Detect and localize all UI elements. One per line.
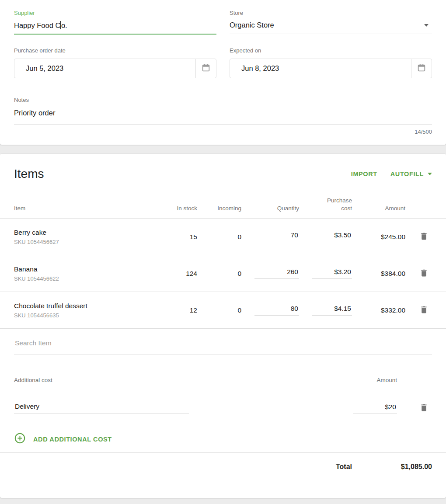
incoming-value: 0 bbox=[197, 306, 241, 314]
purchase-order-form-card: Supplier Happy Food Co. Store Organic St… bbox=[0, 0, 446, 145]
col-header-purchase-cost: Purchase cost bbox=[299, 197, 352, 212]
amount-value: $332.00 bbox=[352, 306, 405, 314]
item-row: Banana SKU 1054456622 124 0 $384.00 bbox=[0, 255, 446, 292]
in-stock-value: 124 bbox=[153, 270, 197, 278]
item-sku: SKU 1054456627 bbox=[14, 239, 153, 245]
delete-item-button[interactable] bbox=[418, 268, 429, 280]
col-header-quantity: Quantity bbox=[241, 205, 299, 212]
amount-value: $245.00 bbox=[352, 233, 405, 241]
purchase-order-date-label: Purchase order date bbox=[14, 47, 216, 54]
expected-on-label: Expected on bbox=[230, 47, 432, 54]
item-sku: SKU 1054456622 bbox=[14, 275, 153, 282]
trash-icon bbox=[419, 236, 429, 242]
total-value: $1,085.00 bbox=[352, 463, 432, 471]
purchase-order-date-field: Purchase order date Jun 5, 2023 bbox=[14, 47, 216, 78]
additional-cost-name-header: Additional cost bbox=[14, 376, 348, 384]
delete-item-button[interactable] bbox=[418, 231, 429, 243]
col-header-in-stock: In stock bbox=[153, 205, 197, 212]
delete-item-button[interactable] bbox=[418, 304, 429, 316]
supplier-input[interactable]: Happy Food Co. bbox=[14, 21, 216, 35]
trash-icon bbox=[419, 407, 429, 414]
items-title: Items bbox=[14, 167, 44, 181]
item-row: Chocolate truffel dessert SKU 1054456635… bbox=[0, 292, 446, 329]
trash-icon bbox=[419, 272, 429, 279]
additional-cost-header: Additional cost Amount bbox=[0, 376, 446, 391]
items-table-header: Item In stock Incoming Quantity Purchase… bbox=[0, 181, 446, 219]
expected-on-date-box: Jun 8, 2023 bbox=[230, 59, 432, 78]
notes-char-counter: 14/500 bbox=[14, 129, 432, 135]
store-field: Store Organic Store bbox=[230, 10, 432, 35]
item-sku: SKU 1054456635 bbox=[14, 312, 153, 319]
expected-on-input[interactable]: Jun 8, 2023 bbox=[230, 59, 411, 78]
in-stock-value: 12 bbox=[153, 306, 197, 314]
total-row: Total $1,085.00 bbox=[0, 453, 446, 481]
quantity-input[interactable] bbox=[254, 305, 299, 316]
notes-label: Notes bbox=[14, 97, 432, 103]
purchase-order-date-input[interactable]: Jun 5, 2023 bbox=[14, 59, 195, 78]
add-additional-cost-button[interactable]: ADD ADDITIONAL COST bbox=[0, 426, 446, 453]
col-header-item: Item bbox=[14, 205, 153, 212]
supplier-field: Supplier Happy Food Co. bbox=[14, 10, 216, 35]
amount-value: $384.00 bbox=[352, 270, 405, 278]
incoming-value: 0 bbox=[197, 233, 241, 241]
incoming-value: 0 bbox=[197, 270, 241, 278]
store-value: Organic Store bbox=[230, 21, 274, 29]
purchase-cost-input[interactable] bbox=[312, 231, 352, 242]
calendar-icon bbox=[201, 63, 211, 74]
item-row: Berry cake SKU 1054456627 15 0 $245.00 bbox=[0, 219, 446, 255]
item-name: Banana bbox=[14, 265, 153, 273]
item-cell: Banana SKU 1054456622 bbox=[14, 265, 153, 282]
store-select[interactable]: Organic Store bbox=[230, 21, 432, 34]
import-button[interactable]: IMPORT bbox=[351, 170, 377, 177]
chevron-down-icon bbox=[428, 173, 432, 175]
quantity-input[interactable] bbox=[254, 231, 299, 242]
delete-additional-cost-button[interactable] bbox=[418, 402, 429, 414]
additional-cost-name-input[interactable] bbox=[14, 403, 189, 414]
trash-icon bbox=[419, 309, 429, 316]
notes-input[interactable]: Priority order bbox=[14, 109, 432, 125]
additional-cost-row bbox=[0, 391, 446, 426]
expected-on-field: Expected on Jun 8, 2023 bbox=[230, 47, 432, 78]
add-additional-cost-label: ADD ADDITIONAL COST bbox=[33, 436, 112, 443]
notes-field: Notes Priority order 14/500 bbox=[14, 97, 432, 135]
in-stock-value: 15 bbox=[153, 233, 197, 241]
additional-cost-amount-header: Amount bbox=[348, 376, 397, 384]
item-cell: Chocolate truffel dessert SKU 1054456635 bbox=[14, 302, 153, 319]
item-cell: Berry cake SKU 1054456627 bbox=[14, 229, 153, 245]
calendar-icon bbox=[417, 63, 426, 74]
plus-circle-icon bbox=[14, 432, 26, 446]
purchase-order-date-box: Jun 5, 2023 bbox=[14, 59, 216, 78]
supplier-label: Supplier bbox=[14, 10, 216, 16]
store-label: Store bbox=[230, 10, 432, 16]
expected-on-calendar-button[interactable] bbox=[411, 59, 432, 78]
items-card: Items IMPORT AUTOFILL Item In stock Inco… bbox=[0, 154, 446, 498]
purchase-order-date-calendar-button[interactable] bbox=[195, 59, 216, 78]
additional-cost-amount-input[interactable] bbox=[353, 403, 397, 414]
quantity-input[interactable] bbox=[254, 268, 299, 279]
purchase-cost-input[interactable] bbox=[312, 305, 352, 316]
purchase-cost-input[interactable] bbox=[312, 268, 352, 279]
chevron-down-icon bbox=[424, 24, 429, 27]
autofill-button[interactable]: AUTOFILL bbox=[390, 170, 432, 177]
total-label: Total bbox=[336, 463, 352, 471]
col-header-incoming: Incoming bbox=[197, 205, 241, 212]
col-header-amount: Amount bbox=[352, 205, 405, 212]
search-item-input[interactable] bbox=[14, 339, 432, 355]
item-name: Berry cake bbox=[14, 229, 153, 236]
item-name: Chocolate truffel dessert bbox=[14, 302, 153, 310]
